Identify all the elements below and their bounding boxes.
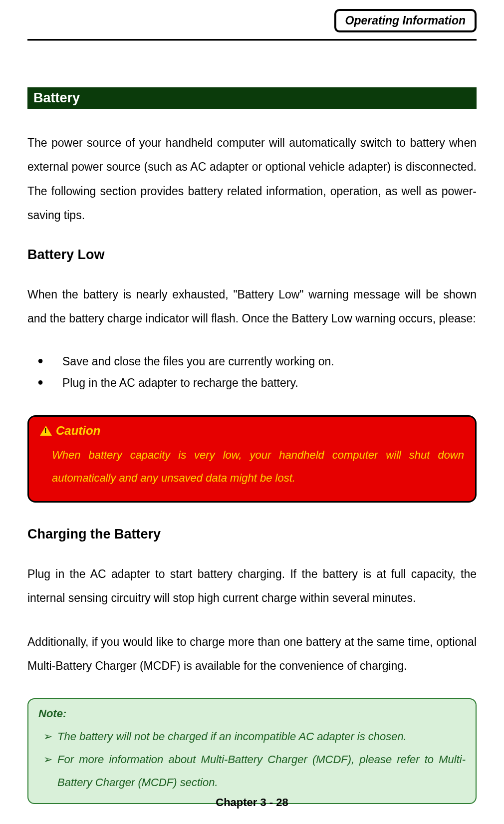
battery-low-heading: Battery Low — [27, 247, 477, 263]
caution-header: Caution — [40, 424, 464, 438]
note-list: The battery will not be charged if an in… — [38, 725, 466, 795]
battery-low-paragraph: When the battery is nearly exhausted, "B… — [27, 282, 477, 331]
caution-box: Caution When battery capacity is very lo… — [27, 415, 477, 502]
page-footer: Chapter 3 - 28 — [0, 796, 504, 809]
header-divider — [27, 39, 477, 41]
list-item: The battery will not be charged if an in… — [43, 725, 466, 748]
intro-paragraph: The power source of your handheld comput… — [27, 131, 477, 227]
charging-heading: Charging the Battery — [27, 527, 477, 542]
section-title: Battery — [33, 90, 80, 105]
list-item: Plug in the AC adapter to recharge the b… — [47, 372, 477, 394]
battery-low-bullets: Save and close the files you are current… — [27, 351, 477, 394]
note-box: Note: The battery will not be charged if… — [27, 698, 477, 805]
list-item: Save and close the files you are current… — [47, 351, 477, 373]
charging-para-2: Additionally, if you would like to charg… — [27, 630, 477, 678]
page-content: Battery The power source of your handhel… — [27, 0, 477, 804]
header-tab: Operating Information — [334, 9, 477, 32]
note-title: Note: — [38, 707, 466, 720]
charging-para-1: Plug in the AC adapter to start battery … — [27, 562, 477, 610]
header-tab-label: Operating Information — [345, 14, 466, 27]
caution-title: Caution — [56, 424, 100, 438]
warning-icon — [40, 426, 52, 436]
footer-text: Chapter 3 - 28 — [216, 796, 288, 809]
section-title-bar: Battery — [27, 87, 477, 109]
caution-body: When battery capacity is very low, your … — [40, 444, 464, 490]
list-item: For more information about Multi-Battery… — [43, 748, 466, 794]
